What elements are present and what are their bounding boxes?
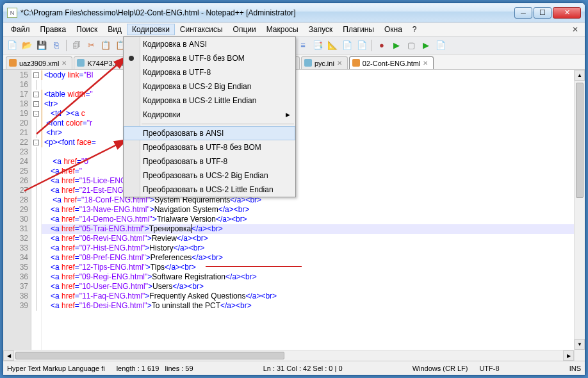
- toolbar-button-21[interactable]: 📄: [341, 39, 354, 52]
- menu-item-преобразовать-в-utf-8[interactable]: Преобразовать в UTF-8: [124, 154, 295, 168]
- menu-синтаксисы[interactable]: Синтаксисы: [175, 24, 228, 35]
- toolbar-button-2[interactable]: 💾: [35, 39, 48, 52]
- fold-toggle[interactable]: -: [33, 92, 39, 97]
- code-line-36[interactable]: <a href="09-Regi-ENG.html">Software Regi…: [42, 272, 585, 282]
- menu-кодировки[interactable]: Кодировки: [127, 24, 175, 35]
- menubar: ФайлПравкаПоискВидКодировкиСинтаксисыОпц…: [3, 22, 585, 37]
- scroll-left-button[interactable]: ◀: [3, 350, 14, 361]
- maximize-button[interactable]: ☐: [534, 7, 551, 19]
- toolbar-button-22[interactable]: 📄: [355, 39, 368, 52]
- scroll-thumb-v[interactable]: [576, 83, 584, 198]
- code-line-38[interactable]: <a href="11-Faq-ENG.html">Frequently Ask…: [42, 292, 585, 301]
- menu-item-кодировка-в-utf-8-без-bom[interactable]: Кодировка в UTF-8 без BOM: [124, 51, 295, 65]
- app-icon: N: [7, 8, 17, 18]
- status-position: Ln : 31 Col : 42 Sel : 0 | 0: [263, 365, 343, 372]
- status-insert-mode: INS: [569, 365, 581, 372]
- toolbar-button-25[interactable]: ▢: [405, 39, 418, 52]
- menu-правка[interactable]: Правка: [35, 24, 72, 35]
- tab-close-icon[interactable]: ✕: [423, 60, 428, 67]
- toolbar-button-3[interactable]: ⎘: [50, 39, 63, 52]
- menu-item-преобразовать-в-ansi[interactable]: Преобразовать в ANSI: [124, 126, 295, 140]
- code-line-30[interactable]: <a href="14-Demo-ENG.html">Trialware Ver…: [42, 215, 585, 224]
- menubar-close-icon[interactable]: ✕: [568, 25, 582, 34]
- menu-item-кодировка-в-utf-8[interactable]: Кодировка в UTF-8: [124, 65, 295, 79]
- fold-toggle[interactable]: -: [33, 111, 39, 117]
- toolbar-button-27[interactable]: 📄: [434, 39, 447, 52]
- vertical-scrollbar[interactable]: ▲ ▼: [574, 70, 585, 361]
- status-length: length : 1 619 lines : 59: [117, 365, 193, 372]
- menu-поиск[interactable]: Поиск: [71, 24, 102, 35]
- code-line-35[interactable]: <a href="12-Tips-ENG.html">Tips</a><br>: [42, 263, 585, 272]
- titlebar[interactable]: N *C:\Program Files\chessimo\Help\02-Con…: [3, 3, 585, 22]
- menu-item-кодировка-в-ansi[interactable]: Кодировка в ANSI: [124, 37, 295, 51]
- code-line-33[interactable]: <a href="07-Hist-ENG.html">History</a><b…: [42, 243, 585, 253]
- menu-макросы[interactable]: Макросы: [261, 24, 304, 35]
- scroll-down-button[interactable]: ▼: [575, 339, 585, 350]
- code-line-37[interactable]: <a href="10-User-ENG.html">Users</a><br>: [42, 282, 585, 292]
- minimize-button[interactable]: ─: [514, 7, 532, 19]
- toolbar-button-5[interactable]: ✂: [85, 39, 97, 52]
- menu-вид[interactable]: Вид: [102, 24, 127, 35]
- code-line-32[interactable]: <a href="06-Revi-ENG.html">Review</a><br…: [42, 234, 585, 243]
- menu-опции[interactable]: Опции: [228, 24, 261, 35]
- app-window: N *C:\Program Files\chessimo\Help\02-Con…: [3, 3, 585, 375]
- encoding-menu-dropdown: Кодировка в ANSIКодировка в UTF-8 без BO…: [123, 37, 296, 197]
- fold-toggle[interactable]: -: [33, 101, 39, 107]
- toolbar-button-4[interactable]: 🗐: [70, 39, 83, 52]
- menu-запуск[interactable]: Запуск: [304, 24, 338, 35]
- menu-файл[interactable]: Файл: [6, 24, 35, 35]
- scroll-up-button[interactable]: ▲: [575, 70, 585, 81]
- status-language: Hyper Text Markup Language fi: [7, 365, 105, 372]
- toolbar-button-0[interactable]: 📄: [6, 39, 19, 52]
- tab-рус.ini[interactable]: рус.ini✕: [301, 56, 348, 69]
- menu-item-преобразовать-в-ucs-2-little-endian[interactable]: Преобразовать в UCS-2 Little Endian: [124, 183, 295, 197]
- scroll-thumb-h[interactable]: [15, 352, 284, 359]
- toolbar-button-6[interactable]: 📋: [99, 39, 112, 52]
- scroll-right-button[interactable]: ▶: [563, 350, 574, 361]
- horizontal-scrollbar[interactable]: ◀ ▶: [3, 350, 574, 361]
- line-number-gutter[interactable]: 1516171819202122232425262728293031323334…: [3, 70, 31, 361]
- menu-item-кодировки[interactable]: Кодировки▶: [124, 108, 295, 122]
- window-title: *C:\Program Files\chessimo\Help\02-Cont-…: [20, 8, 514, 17]
- fold-toggle[interactable]: -: [33, 72, 39, 78]
- menu-item-преобразовать-в-ucs-2-big-endian[interactable]: Преобразовать в UCS-2 Big Endian: [124, 168, 295, 183]
- fold-gutter[interactable]: -----: [31, 70, 42, 361]
- toolbar-button-18[interactable]: ≡: [297, 39, 309, 52]
- close-button[interactable]: ✕: [553, 7, 581, 19]
- tab-close-icon[interactable]: ✕: [61, 60, 67, 67]
- code-line-34[interactable]: <a href="08-Pref-ENG.html">Preferences</…: [42, 253, 585, 263]
- status-encoding: UTF-8: [479, 365, 499, 372]
- menu-separator: [142, 124, 294, 124]
- tab-02-Cont-ENG.html[interactable]: 02-Cont-ENG.html✕: [349, 56, 434, 69]
- toolbar-button-24[interactable]: ▶: [390, 39, 403, 52]
- tab-close-icon[interactable]: ✕: [337, 60, 342, 67]
- menu-item-кодировка-в-ucs-2-big-endian[interactable]: Кодировка в UCS-2 Big Endian: [124, 79, 295, 94]
- code-line-31[interactable]: <a href="05-Trai-ENG.html">Тренировка</a…: [42, 224, 585, 234]
- menu-?[interactable]: ?: [407, 24, 422, 35]
- menu-окна[interactable]: Окна: [379, 24, 407, 35]
- toolbar-button-1[interactable]: 📂: [20, 39, 33, 52]
- toolbar-button-20[interactable]: 📐: [326, 39, 339, 52]
- menu-плагины[interactable]: Плагины: [338, 24, 379, 35]
- menu-item-кодировка-в-ucs-2-little-endian[interactable]: Кодировка в UCS-2 Little Endian: [124, 94, 295, 108]
- code-line-39[interactable]: <a href="16-Desi-ENG.html">To uninstall …: [42, 301, 585, 311]
- toolbar-button-19[interactable]: 📑: [311, 39, 324, 52]
- tab-uaz3909.xml[interactable]: uaz3909.xml✕: [6, 56, 72, 69]
- code-line-29[interactable]: <a href="13-Nave-ENG.html">Navigation Sy…: [42, 205, 585, 215]
- toolbar-button-26[interactable]: ▶: [420, 39, 432, 52]
- menu-item-преобразовать-в-utf-8-без-bom[interactable]: Преобразовать в UTF-8 без BOM: [124, 140, 295, 154]
- status-eol: Windows (CR LF): [412, 365, 468, 372]
- fold-toggle[interactable]: -: [33, 140, 39, 145]
- statusbar: Hyper Text Markup Language fi length : 1…: [3, 361, 585, 375]
- toolbar-button-23[interactable]: ●: [375, 39, 388, 52]
